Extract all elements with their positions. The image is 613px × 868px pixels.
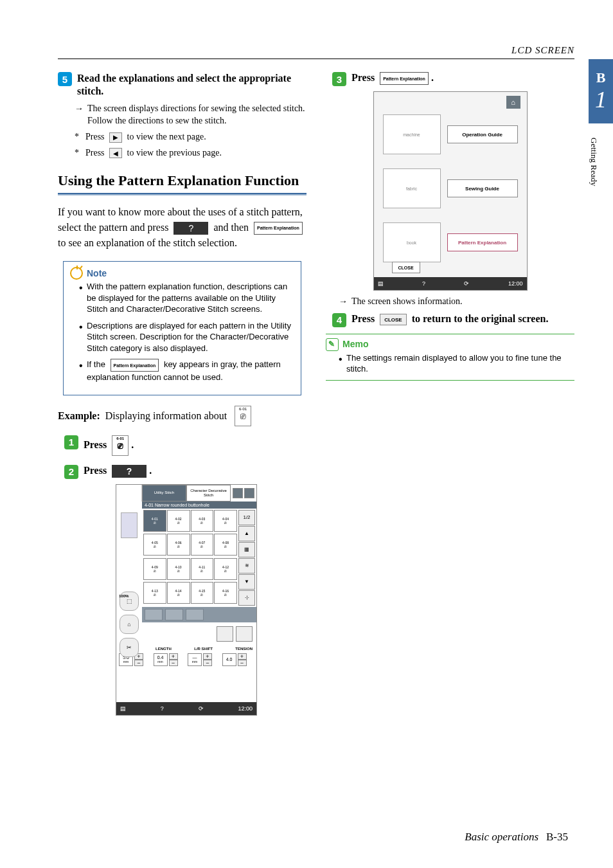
spool-icon[interactable]: ⟳ xyxy=(464,280,469,287)
operation-guide-image: machine xyxy=(383,114,441,154)
stitch-grid: 4-01⎚ 4-02⎚ 4-03⎚ 4-04⎚ 4-05⎚ 4-06⎚ 4-07… xyxy=(142,509,238,607)
result-arrow-icon: → xyxy=(75,103,84,127)
stitch-cell[interactable]: 4-02⎚ xyxy=(167,510,190,532)
plus-button[interactable]: + xyxy=(203,653,212,660)
close-button[interactable]: CLOSE xyxy=(392,262,420,273)
stitch-cell[interactable]: 4-08⎚ xyxy=(214,534,237,556)
home-icon[interactable]: ⌂ xyxy=(506,96,520,109)
stitch-cell[interactable]: 4-09⎚ xyxy=(143,558,166,580)
minus-button[interactable]: − xyxy=(203,660,212,666)
minus-button[interactable]: − xyxy=(238,660,247,666)
stitch-cell[interactable]: 4-07⎚ xyxy=(191,534,214,556)
stitch-cell[interactable]: 4-10⎚ xyxy=(167,558,190,580)
retrieve-button[interactable] xyxy=(236,626,253,642)
page-indicator: 1/2 xyxy=(238,510,255,525)
preview-pane xyxy=(121,512,138,538)
help-button[interactable]: ? xyxy=(112,465,147,478)
mode-icon[interactable]: ⊹ xyxy=(238,590,255,606)
stitch-cell[interactable]: 4-12⎚ xyxy=(214,558,237,580)
prev-page-icon[interactable]: ◀ xyxy=(109,148,122,158)
status-bar: ▤ ? ⟳ 12:00 xyxy=(116,702,256,715)
pattern-explanation-button[interactable]: Pattern Explanation xyxy=(254,222,303,235)
step-1-badge: 1 xyxy=(64,435,78,449)
tab-utility-stitch[interactable]: Utility Stitch xyxy=(142,485,186,502)
step-5-result: The screen displays directions for sewin… xyxy=(87,103,306,127)
step-5-next: Press ▶ to view the next page. xyxy=(85,131,206,143)
scroll-down-icon[interactable]: ▼ xyxy=(238,574,255,590)
scroll-up-icon[interactable]: ▲ xyxy=(238,526,255,541)
menu-icon[interactable]: ▤ xyxy=(378,280,384,287)
memo-box: Memo The settings remain displayed to al… xyxy=(326,334,574,381)
status-bar: ▤ ? ⟳ 12:00 xyxy=(374,277,527,290)
stitch-cell[interactable]: 4-04⎚ xyxy=(214,510,237,532)
note-icon xyxy=(70,267,83,280)
tab-label: Getting Ready xyxy=(589,123,599,201)
bullet-star: * xyxy=(75,131,79,143)
side-button[interactable]: ✂ xyxy=(120,638,139,657)
pattern-explanation-image: book xyxy=(383,222,441,262)
tab-number: 1 xyxy=(595,86,607,113)
tab-char-stitch[interactable]: Character Decorative Stitch xyxy=(186,485,231,502)
pattern-explanation-button[interactable]: Pattern Explanation xyxy=(380,72,429,85)
clock: 12:00 xyxy=(238,705,253,712)
sewing-guide-image: fabric xyxy=(383,168,441,208)
stitch-screen: Utility Stitch Character Decorative Stit… xyxy=(116,484,257,716)
stitch-cell[interactable]: 4-16⎚ xyxy=(214,582,237,604)
stitch-cell[interactable]: 4-05⎚ xyxy=(143,534,166,556)
help-button[interactable]: ? xyxy=(173,222,208,235)
next-page-icon[interactable]: ▶ xyxy=(109,132,122,143)
side-button[interactable]: ⌂ xyxy=(120,615,139,634)
step-2-text: Press ?. xyxy=(84,465,152,478)
memory-button[interactable] xyxy=(217,626,233,642)
mode-icon[interactable]: ≋ xyxy=(238,558,255,574)
help-bar-icon[interactable]: ? xyxy=(161,705,164,712)
pattern-explanation-button[interactable]: Pattern Explanation xyxy=(447,233,518,251)
stitch-cell[interactable]: 4-11⎚ xyxy=(191,558,214,580)
mode-icon[interactable]: ▦ xyxy=(238,542,255,557)
tool-button[interactable] xyxy=(145,609,163,620)
stitch-cell[interactable]: 4-03⎚ xyxy=(191,510,214,532)
presser-icon[interactable] xyxy=(233,488,243,498)
stitch-cell[interactable]: 4-13⎚ xyxy=(143,582,166,604)
step-3-result: The screen shows information. xyxy=(351,296,463,308)
stitch-cell[interactable]: 4-15⎚ xyxy=(191,582,214,604)
operation-guide-button[interactable]: Operation Guide xyxy=(447,125,518,143)
example-text: Displaying information about xyxy=(105,410,227,422)
minus-button[interactable]: − xyxy=(169,660,178,666)
example-label: Example: xyxy=(58,410,100,422)
menu-icon[interactable]: ▤ xyxy=(120,705,126,712)
clock: 12:00 xyxy=(508,280,523,287)
pattern-explanation-button[interactable]: Pattern Explanation xyxy=(111,359,159,372)
plus-button[interactable]: + xyxy=(169,653,178,660)
mid-toolbar xyxy=(142,607,256,622)
header-section: LCD SCREEN xyxy=(58,45,574,56)
step-5-title: Read the explanations and select the app… xyxy=(77,72,306,98)
stitch-cell[interactable]: 4-06⎚ xyxy=(167,534,190,556)
bullet-star: * xyxy=(75,147,79,159)
note-box: Note With the pattern explanation functi… xyxy=(63,261,301,395)
memo-item: The settings remain displayed to allow y… xyxy=(346,352,574,375)
tool-button[interactable] xyxy=(165,609,183,620)
memo-icon xyxy=(326,338,339,351)
note-item-2: Descriptions are displayed for each patt… xyxy=(87,320,294,354)
help-bar-icon[interactable]: ? xyxy=(422,280,425,287)
param-tension-label: TENSION xyxy=(235,647,253,651)
memo-title: Memo xyxy=(342,338,368,350)
result-arrow-icon: → xyxy=(339,296,348,308)
intro-paragraph: If you want to know more about the uses … xyxy=(58,204,306,251)
side-tab: B 1 Getting Ready xyxy=(589,59,613,201)
home-icon[interactable] xyxy=(244,488,254,498)
stitch-601-icon[interactable]: 6-01⎚ xyxy=(235,406,251,426)
plus-button[interactable]: + xyxy=(238,653,247,660)
sewing-guide-button[interactable]: Sewing Guide xyxy=(447,179,518,197)
stitch-cell[interactable]: 4-01⎚ xyxy=(143,510,166,532)
stitch-601-button[interactable]: 6-01⎚ xyxy=(112,435,129,456)
close-button[interactable]: CLOSE xyxy=(380,314,407,325)
stitch-cell[interactable]: 4-14⎚ xyxy=(167,582,190,604)
minus-button[interactable]: − xyxy=(134,660,143,666)
footer: Basic operationsB-35 xyxy=(465,831,568,844)
step-4-text: Press CLOSE to return to the original sc… xyxy=(351,313,548,325)
tool-button[interactable] xyxy=(186,609,204,620)
spool-icon[interactable]: ⟳ xyxy=(199,705,204,712)
param-lr-label: L/R SHIFT xyxy=(194,647,213,651)
